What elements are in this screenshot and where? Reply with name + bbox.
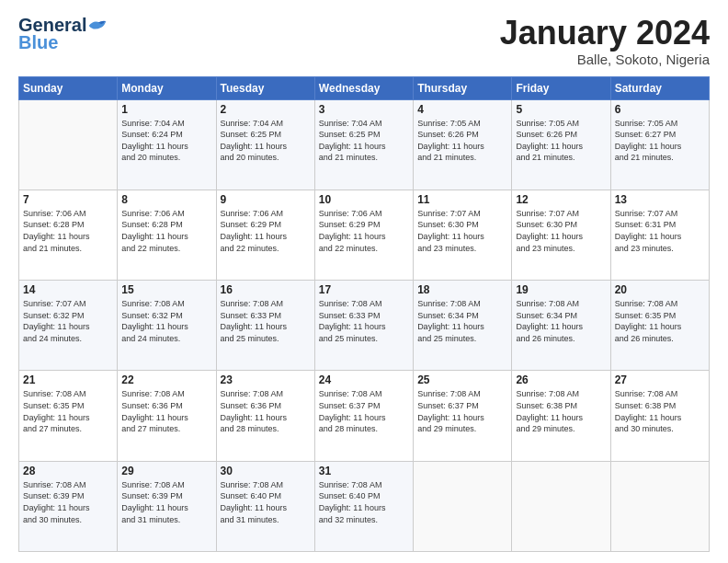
calendar-week-4: 21Sunrise: 7:08 AM Sunset: 6:35 PM Dayli… bbox=[19, 371, 710, 461]
day-info: Sunrise: 7:08 AM Sunset: 6:33 PM Dayligh… bbox=[221, 298, 311, 344]
calendar-header-thursday: Thursday bbox=[414, 76, 512, 99]
day-info: Sunrise: 7:08 AM Sunset: 6:34 PM Dayligh… bbox=[516, 298, 606, 344]
day-info: Sunrise: 7:06 AM Sunset: 6:28 PM Dayligh… bbox=[121, 208, 211, 254]
day-number: 25 bbox=[417, 373, 507, 386]
day-number: 2 bbox=[221, 103, 311, 116]
calendar-cell: 12Sunrise: 7:07 AM Sunset: 6:30 PM Dayli… bbox=[512, 190, 610, 280]
day-info: Sunrise: 7:07 AM Sunset: 6:32 PM Dayligh… bbox=[23, 298, 113, 344]
day-number: 14 bbox=[23, 283, 113, 296]
calendar-cell: 7Sunrise: 7:06 AM Sunset: 6:28 PM Daylig… bbox=[19, 190, 118, 280]
logo-blue: Blue bbox=[18, 32, 58, 53]
calendar-cell: 18Sunrise: 7:08 AM Sunset: 6:34 PM Dayli… bbox=[414, 281, 512, 371]
calendar-header-sunday: Sunday bbox=[19, 76, 118, 99]
calendar-cell: 2Sunrise: 7:04 AM Sunset: 6:25 PM Daylig… bbox=[216, 99, 314, 190]
day-number: 5 bbox=[516, 103, 606, 116]
day-number: 4 bbox=[417, 103, 507, 116]
day-info: Sunrise: 7:08 AM Sunset: 6:36 PM Dayligh… bbox=[121, 388, 211, 434]
day-info: Sunrise: 7:08 AM Sunset: 6:39 PM Dayligh… bbox=[121, 479, 211, 525]
day-info: Sunrise: 7:08 AM Sunset: 6:38 PM Dayligh… bbox=[516, 388, 606, 434]
calendar-cell: 5Sunrise: 7:05 AM Sunset: 6:26 PM Daylig… bbox=[512, 99, 610, 190]
day-number: 3 bbox=[319, 103, 409, 116]
day-info: Sunrise: 7:06 AM Sunset: 6:29 PM Dayligh… bbox=[319, 208, 409, 254]
day-number: 12 bbox=[516, 193, 606, 206]
day-info: Sunrise: 7:05 AM Sunset: 6:26 PM Dayligh… bbox=[516, 118, 606, 164]
calendar-cell: 4Sunrise: 7:05 AM Sunset: 6:26 PM Daylig… bbox=[414, 99, 512, 190]
day-number: 6 bbox=[615, 103, 705, 116]
calendar-week-1: 1Sunrise: 7:04 AM Sunset: 6:24 PM Daylig… bbox=[19, 99, 710, 190]
day-number: 11 bbox=[417, 193, 507, 206]
calendar-cell: 11Sunrise: 7:07 AM Sunset: 6:30 PM Dayli… bbox=[414, 190, 512, 280]
calendar-header-monday: Monday bbox=[118, 76, 216, 99]
day-number: 15 bbox=[121, 283, 211, 296]
calendar-cell: 1Sunrise: 7:04 AM Sunset: 6:24 PM Daylig… bbox=[118, 99, 216, 190]
day-number: 16 bbox=[221, 283, 311, 296]
calendar-header-friday: Friday bbox=[512, 76, 610, 99]
calendar-cell: 23Sunrise: 7:08 AM Sunset: 6:36 PM Dayli… bbox=[216, 371, 314, 461]
day-info: Sunrise: 7:08 AM Sunset: 6:36 PM Dayligh… bbox=[221, 388, 311, 434]
day-number: 19 bbox=[516, 283, 606, 296]
calendar-cell: 27Sunrise: 7:08 AM Sunset: 6:38 PM Dayli… bbox=[610, 371, 709, 461]
day-number: 22 bbox=[121, 373, 211, 386]
calendar-cell: 25Sunrise: 7:08 AM Sunset: 6:37 PM Dayli… bbox=[414, 371, 512, 461]
calendar-header-tuesday: Tuesday bbox=[216, 76, 314, 99]
day-number: 30 bbox=[221, 465, 311, 477]
day-number: 24 bbox=[319, 373, 409, 386]
day-number: 1 bbox=[121, 103, 211, 116]
day-info: Sunrise: 7:04 AM Sunset: 6:25 PM Dayligh… bbox=[319, 118, 409, 164]
day-info: Sunrise: 7:08 AM Sunset: 6:34 PM Dayligh… bbox=[417, 298, 507, 344]
calendar-week-5: 28Sunrise: 7:08 AM Sunset: 6:39 PM Dayli… bbox=[19, 461, 710, 551]
day-info: Sunrise: 7:04 AM Sunset: 6:25 PM Dayligh… bbox=[221, 118, 311, 164]
day-number: 17 bbox=[319, 283, 409, 296]
day-info: Sunrise: 7:08 AM Sunset: 6:37 PM Dayligh… bbox=[417, 388, 507, 434]
calendar-cell: 22Sunrise: 7:08 AM Sunset: 6:36 PM Dayli… bbox=[118, 371, 216, 461]
calendar-cell: 14Sunrise: 7:07 AM Sunset: 6:32 PM Dayli… bbox=[19, 281, 118, 371]
day-info: Sunrise: 7:08 AM Sunset: 6:39 PM Dayligh… bbox=[23, 479, 113, 525]
calendar-cell: 16Sunrise: 7:08 AM Sunset: 6:33 PM Dayli… bbox=[216, 281, 314, 371]
day-number: 7 bbox=[23, 193, 113, 206]
calendar-cell: 8Sunrise: 7:06 AM Sunset: 6:28 PM Daylig… bbox=[118, 190, 216, 280]
day-number: 27 bbox=[615, 373, 705, 386]
calendar-cell: 24Sunrise: 7:08 AM Sunset: 6:37 PM Dayli… bbox=[314, 371, 413, 461]
header: General Blue January 2024 Balle, Sokoto,… bbox=[18, 15, 710, 67]
day-info: Sunrise: 7:05 AM Sunset: 6:27 PM Dayligh… bbox=[615, 118, 705, 164]
day-info: Sunrise: 7:08 AM Sunset: 6:38 PM Dayligh… bbox=[615, 388, 705, 434]
day-number: 26 bbox=[516, 373, 606, 386]
location: Balle, Sokoto, Nigeria bbox=[500, 52, 710, 67]
calendar-week-3: 14Sunrise: 7:07 AM Sunset: 6:32 PM Dayli… bbox=[19, 281, 710, 371]
calendar-cell: 20Sunrise: 7:08 AM Sunset: 6:35 PM Dayli… bbox=[610, 281, 709, 371]
day-number: 9 bbox=[221, 193, 311, 206]
day-info: Sunrise: 7:08 AM Sunset: 6:32 PM Dayligh… bbox=[121, 298, 211, 344]
calendar-cell: 10Sunrise: 7:06 AM Sunset: 6:29 PM Dayli… bbox=[314, 190, 413, 280]
calendar-cell bbox=[414, 461, 512, 551]
day-info: Sunrise: 7:08 AM Sunset: 6:35 PM Dayligh… bbox=[23, 388, 113, 434]
day-number: 20 bbox=[615, 283, 705, 296]
day-number: 13 bbox=[615, 193, 705, 206]
day-info: Sunrise: 7:08 AM Sunset: 6:35 PM Dayligh… bbox=[615, 298, 705, 344]
calendar-header-row: SundayMondayTuesdayWednesdayThursdayFrid… bbox=[19, 76, 710, 99]
day-info: Sunrise: 7:07 AM Sunset: 6:30 PM Dayligh… bbox=[417, 208, 507, 254]
day-info: Sunrise: 7:06 AM Sunset: 6:28 PM Dayligh… bbox=[23, 208, 113, 254]
day-number: 18 bbox=[417, 283, 507, 296]
day-number: 23 bbox=[221, 373, 311, 386]
calendar-cell: 3Sunrise: 7:04 AM Sunset: 6:25 PM Daylig… bbox=[314, 99, 413, 190]
day-info: Sunrise: 7:07 AM Sunset: 6:31 PM Dayligh… bbox=[615, 208, 705, 254]
day-number: 21 bbox=[23, 373, 113, 386]
calendar-cell: 13Sunrise: 7:07 AM Sunset: 6:31 PM Dayli… bbox=[610, 190, 709, 280]
calendar-cell: 6Sunrise: 7:05 AM Sunset: 6:27 PM Daylig… bbox=[610, 99, 709, 190]
calendar-cell: 28Sunrise: 7:08 AM Sunset: 6:39 PM Dayli… bbox=[19, 461, 118, 551]
day-info: Sunrise: 7:07 AM Sunset: 6:30 PM Dayligh… bbox=[516, 208, 606, 254]
calendar-cell: 29Sunrise: 7:08 AM Sunset: 6:39 PM Dayli… bbox=[118, 461, 216, 551]
day-info: Sunrise: 7:05 AM Sunset: 6:26 PM Dayligh… bbox=[417, 118, 507, 164]
day-info: Sunrise: 7:06 AM Sunset: 6:29 PM Dayligh… bbox=[221, 208, 311, 254]
calendar-header-saturday: Saturday bbox=[610, 76, 709, 99]
day-number: 8 bbox=[121, 193, 211, 206]
day-info: Sunrise: 7:08 AM Sunset: 6:40 PM Dayligh… bbox=[319, 479, 409, 525]
calendar-cell: 30Sunrise: 7:08 AM Sunset: 6:40 PM Dayli… bbox=[216, 461, 314, 551]
day-number: 28 bbox=[23, 465, 113, 477]
calendar-cell: 17Sunrise: 7:08 AM Sunset: 6:33 PM Dayli… bbox=[314, 281, 413, 371]
calendar-cell: 15Sunrise: 7:08 AM Sunset: 6:32 PM Dayli… bbox=[118, 281, 216, 371]
calendar-cell: 21Sunrise: 7:08 AM Sunset: 6:35 PM Dayli… bbox=[19, 371, 118, 461]
day-number: 10 bbox=[319, 193, 409, 206]
calendar-cell: 19Sunrise: 7:08 AM Sunset: 6:34 PM Dayli… bbox=[512, 281, 610, 371]
calendar-cell: 31Sunrise: 7:08 AM Sunset: 6:40 PM Dayli… bbox=[314, 461, 413, 551]
